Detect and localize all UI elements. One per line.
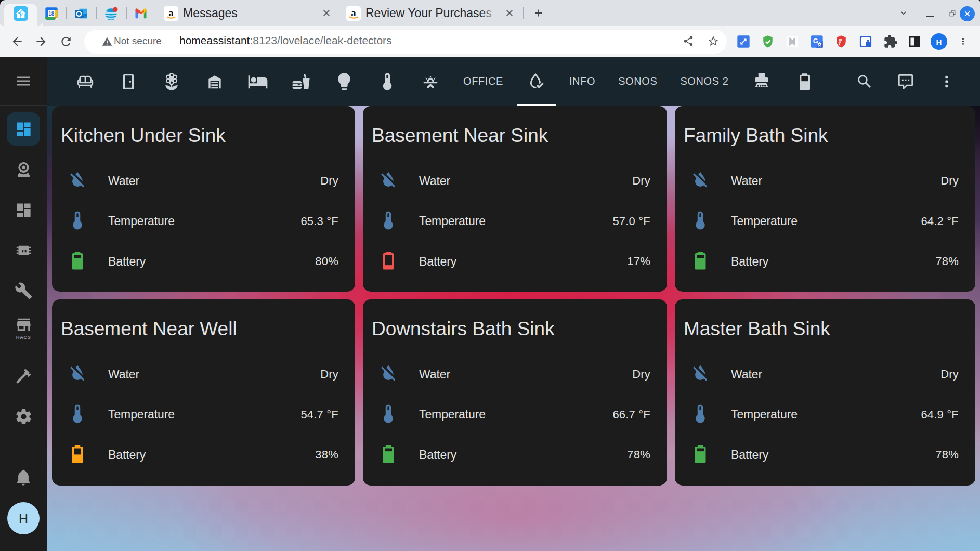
- address-bar[interactable]: Not secure homeassistant:8123/lovelace/l…: [84, 30, 727, 54]
- entity-row-temperature[interactable]: Temperature 57.0 °F: [363, 208, 667, 233]
- nav-tab-garage[interactable]: [193, 57, 236, 106]
- outlook-favicon[interactable]: [74, 6, 88, 21]
- entity-row-battery[interactable]: Battery 78%: [363, 441, 667, 466]
- overflow-menu-icon[interactable]: [938, 73, 956, 90]
- entity-value: Dry: [940, 368, 959, 381]
- entity-row-water[interactable]: Water Dry: [52, 361, 355, 386]
- extension-lock-icon[interactable]: [858, 34, 873, 49]
- nav-tab-thermometer[interactable]: [365, 57, 409, 106]
- entity-row-battery[interactable]: Battery 38%: [52, 441, 355, 466]
- card-title: Master Bath Sink: [684, 319, 830, 339]
- nav-tab-sonos-2[interactable]: SONOS 2: [669, 57, 740, 106]
- nav-tab-food[interactable]: [279, 57, 322, 106]
- back-button[interactable]: [10, 35, 24, 48]
- profile-avatar[interactable]: H: [931, 33, 947, 50]
- entity-value: Dry: [632, 174, 650, 188]
- att-favicon[interactable]: [104, 6, 119, 21]
- extensions-puzzle-icon[interactable]: [883, 34, 898, 49]
- entity-row-water[interactable]: Water Dry: [52, 167, 355, 192]
- user-avatar[interactable]: H: [7, 502, 40, 534]
- url-path: :8123/lovelace/leak-detectors: [250, 34, 391, 46]
- sofa-icon: [75, 71, 96, 92]
- sidebar-item-cameras[interactable]: [7, 153, 40, 186]
- svg-text:18: 18: [48, 11, 55, 17]
- tab-title-messages[interactable]: Messages: [183, 6, 313, 20]
- sidebar-menu-icon[interactable]: [15, 72, 32, 90]
- new-tab-button[interactable]: [533, 7, 544, 19]
- forward-button[interactable]: [34, 35, 48, 48]
- header-actions: [856, 57, 956, 106]
- sidebar-divider: [6, 450, 41, 450]
- view-dashboard-icon: [15, 120, 33, 138]
- not-secure-warning-icon[interactable]: [102, 36, 112, 47]
- entity-row-water[interactable]: Water Dry: [363, 167, 667, 192]
- side-panel-icon[interactable]: [907, 34, 922, 49]
- battery-80-icon: [689, 443, 711, 465]
- nav-tab-office[interactable]: OFFICE: [452, 57, 515, 106]
- window-maximize-button[interactable]: [948, 9, 957, 18]
- notifications-bell-icon[interactable]: [15, 468, 32, 486]
- nav-tab-sonos[interactable]: SONOS: [607, 57, 669, 106]
- nav-tab-bed[interactable]: [236, 57, 279, 106]
- sidebar-item-label: HACS: [7, 334, 40, 340]
- nav-tab-info[interactable]: INFO: [558, 57, 607, 106]
- entity-value: Dry: [632, 368, 650, 381]
- window-minimize-button[interactable]: [926, 16, 934, 17]
- sidebar-item-developer-tools[interactable]: [7, 274, 40, 307]
- sidebar-item-dashboard-2[interactable]: [7, 193, 40, 227]
- entity-row-temperature[interactable]: Temperature 65.3 °F: [52, 208, 355, 233]
- state-badge: [689, 442, 712, 465]
- browser-tab-strip: 18 a Messages a Review Your Purchases: [0, 0, 980, 26]
- extension-translate-icon[interactable]: G: [809, 34, 824, 49]
- entity-row-battery[interactable]: Battery 78%: [675, 441, 975, 466]
- entity-row-water[interactable]: Water Dry: [363, 361, 667, 386]
- entity-row-battery[interactable]: Battery 17%: [363, 248, 667, 273]
- svg-text:G: G: [813, 37, 818, 45]
- close-tab-icon[interactable]: [321, 8, 332, 18]
- entity-row-temperature[interactable]: Temperature 66.7 °F: [363, 401, 667, 426]
- sidebar-item-dashboard[interactable]: [7, 112, 40, 146]
- entity-row-temperature[interactable]: Temperature 64.2 °F: [675, 208, 975, 233]
- state-badge: [377, 402, 400, 425]
- extension-shield-red-icon[interactable]: [834, 34, 848, 49]
- sidebar-item-tools[interactable]: [7, 359, 40, 392]
- nav-tab-lightbulb[interactable]: [322, 57, 365, 106]
- entity-row-temperature[interactable]: Temperature 54.7 °F: [52, 401, 355, 426]
- close-tab-icon[interactable]: [504, 8, 515, 18]
- window-close-button[interactable]: [960, 6, 975, 21]
- address-url[interactable]: homeassistant:8123/lovelace/leak-detecto…: [179, 34, 392, 47]
- nav-tab-printer-3d[interactable]: [740, 57, 783, 106]
- nav-tab-sofa[interactable]: [63, 57, 107, 106]
- entity-name: Battery: [731, 448, 768, 462]
- entity-row-battery[interactable]: Battery 78%: [675, 248, 975, 273]
- sidebar-item-hacs[interactable]: HACS: [7, 311, 40, 344]
- assist-chat-icon[interactable]: [897, 73, 914, 90]
- browser-menu-icon[interactable]: [958, 36, 968, 46]
- extension-flag-icon[interactable]: [785, 34, 800, 49]
- gmail-favicon[interactable]: [134, 6, 148, 21]
- nav-tab-leak-detectors[interactable]: [515, 57, 558, 106]
- sidebar-item-settings[interactable]: [7, 400, 40, 433]
- nav-tab-flower[interactable]: [150, 57, 193, 106]
- entity-row-battery[interactable]: Battery 80%: [52, 248, 355, 273]
- state-badge: [377, 168, 400, 191]
- nav-tab-door[interactable]: [107, 57, 150, 106]
- card-rows: Water Dry Temperature 54.7 °F Battery 38…: [52, 361, 355, 482]
- entity-row-water[interactable]: Water Dry: [675, 167, 975, 192]
- tab-search-chevron-icon[interactable]: [898, 8, 909, 18]
- google-calendar-favicon[interactable]: 18: [44, 6, 59, 21]
- entity-row-water[interactable]: Water Dry: [675, 361, 975, 386]
- extension-shield-green-icon[interactable]: [761, 34, 775, 49]
- share-icon[interactable]: [683, 35, 694, 47]
- entity-row-temperature[interactable]: Temperature 64.9 °F: [675, 401, 975, 426]
- reload-button[interactable]: [59, 35, 73, 48]
- not-secure-label[interactable]: Not secure: [114, 35, 162, 47]
- state-badge: [689, 402, 712, 425]
- search-icon[interactable]: [856, 73, 873, 90]
- amazon-favicon: a: [346, 6, 361, 21]
- extension-zoom-icon[interactable]: [736, 34, 751, 49]
- bookmark-star-icon[interactable]: [707, 35, 720, 47]
- nav-tab-battery[interactable]: [783, 57, 827, 106]
- sidebar-item-hardware[interactable]: [7, 233, 40, 267]
- nav-tab-ceiling-fan[interactable]: [409, 57, 452, 106]
